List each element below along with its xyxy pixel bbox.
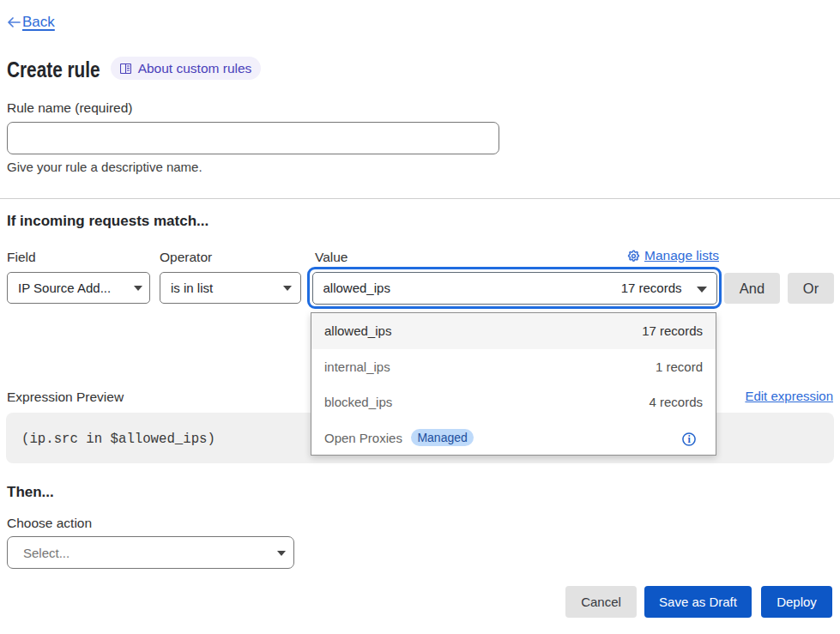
svg-text:i: i: [688, 434, 692, 446]
